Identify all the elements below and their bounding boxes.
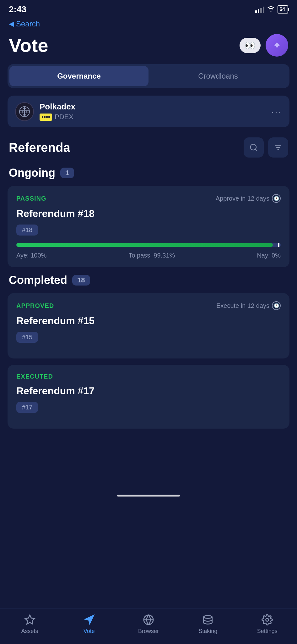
vote-card-header: APPROVED Execute in 12 days 🕐 bbox=[16, 301, 281, 310]
vote-card-header: PASSING Approve in 12 days 🕐 bbox=[16, 194, 281, 203]
clock-icon: 🕐 bbox=[272, 301, 281, 310]
avatar-star-icon: ✦ bbox=[273, 39, 281, 52]
svg-point-13 bbox=[266, 619, 269, 621]
nav-settings[interactable]: Settings bbox=[251, 613, 283, 635]
tab-crowdloans[interactable]: Crowdloans bbox=[148, 66, 288, 86]
vote-card-completed-0[interactable]: APPROVED Execute in 12 days 🕐 Referendum… bbox=[8, 293, 289, 358]
ongoing-section-heading: Ongoing 1 bbox=[0, 166, 297, 186]
vote-card-header: EXECUTED bbox=[16, 373, 281, 380]
vote-card-ongoing-0[interactable]: PASSING Approve in 12 days 🕐 Referendum … bbox=[8, 186, 289, 267]
eyes-icon: 👀 bbox=[245, 40, 256, 51]
tabs-container: Governance Crowdloans bbox=[8, 64, 289, 88]
browser-label: Browser bbox=[138, 628, 159, 635]
eyes-badge[interactable]: 👀 bbox=[240, 38, 261, 53]
referendum-title: Referendum #15 bbox=[16, 315, 281, 327]
network-name: Polkadex bbox=[40, 102, 266, 112]
settings-icon bbox=[261, 613, 273, 626]
referendum-title: Referendum #18 bbox=[16, 208, 281, 219]
search-button[interactable] bbox=[244, 137, 264, 158]
vote-status: EXECUTED bbox=[16, 373, 53, 380]
vote-progress-bar bbox=[16, 243, 281, 247]
page-title: Vote bbox=[9, 35, 48, 56]
back-label: Search bbox=[16, 19, 40, 28]
back-arrow-icon: ◀ bbox=[9, 20, 14, 28]
vote-status: PASSING bbox=[16, 195, 46, 202]
filter-icon bbox=[274, 143, 283, 152]
nav-assets[interactable]: Assets bbox=[14, 613, 46, 635]
ongoing-title: Ongoing bbox=[9, 166, 55, 180]
vote-status: APPROVED bbox=[16, 302, 54, 309]
svg-point-4 bbox=[251, 144, 256, 150]
vote-progress-fill bbox=[16, 243, 273, 247]
referenda-actions bbox=[244, 137, 288, 158]
completed-section-heading: Completed 18 bbox=[0, 274, 297, 293]
referendum-title: Referendum #17 bbox=[16, 385, 281, 397]
signal-icon bbox=[255, 6, 264, 13]
completed-count: 18 bbox=[72, 275, 90, 286]
header-icons: 👀 ✦ bbox=[240, 34, 288, 57]
svg-marker-9 bbox=[25, 615, 35, 624]
referenda-header: Referenda bbox=[0, 137, 297, 166]
network-info: Polkadex •••• PDEX bbox=[40, 102, 266, 121]
nav-browser[interactable]: Browser bbox=[133, 613, 164, 635]
referenda-title: Referenda bbox=[9, 141, 70, 155]
completed-section: Completed 18 APPROVED Execute in 12 days… bbox=[0, 274, 297, 429]
approve-info: Execute in 12 days 🕐 bbox=[216, 301, 281, 310]
progress-marker bbox=[278, 243, 279, 247]
nav-staking[interactable]: Staking bbox=[192, 613, 224, 635]
staking-label: Staking bbox=[198, 628, 217, 635]
staking-icon bbox=[202, 613, 214, 626]
battery-icon: 64 bbox=[278, 5, 288, 14]
referendum-tag: #18 bbox=[16, 225, 38, 236]
network-options-button[interactable]: ··· bbox=[271, 106, 282, 117]
settings-label: Settings bbox=[257, 628, 278, 635]
svg-point-12 bbox=[204, 616, 212, 619]
bottom-nav: Assets Vote Browser Staking bbox=[0, 608, 297, 644]
aye-stat: Aye: 100% bbox=[16, 252, 46, 259]
svg-line-5 bbox=[255, 149, 257, 151]
balance-currency: PDEX bbox=[55, 113, 73, 121]
vote-card-completed-1[interactable]: EXECUTED Referendum #17 #17 bbox=[8, 365, 289, 429]
completed-title: Completed bbox=[9, 274, 67, 287]
nav-back[interactable]: ◀ Search bbox=[0, 17, 297, 31]
wifi-icon bbox=[267, 6, 275, 14]
vote-icon bbox=[83, 613, 95, 626]
status-bar: 2:43 64 bbox=[0, 0, 297, 17]
filter-button[interactable] bbox=[268, 137, 288, 158]
tab-governance[interactable]: Governance bbox=[9, 66, 148, 86]
assets-label: Assets bbox=[21, 628, 38, 635]
avatar[interactable]: ✦ bbox=[266, 34, 288, 57]
topass-stat: To pass: 99.31% bbox=[128, 252, 175, 259]
ongoing-count: 1 bbox=[60, 168, 74, 178]
browser-icon bbox=[142, 613, 155, 626]
status-time: 2:43 bbox=[9, 4, 26, 14]
assets-icon bbox=[24, 613, 36, 626]
approve-info: Approve in 12 days 🕐 bbox=[216, 194, 281, 203]
network-balance: •••• PDEX bbox=[40, 113, 266, 121]
home-bar bbox=[117, 495, 180, 497]
network-card: Polkadex •••• PDEX ··· bbox=[8, 96, 289, 127]
balance-value: •••• bbox=[40, 114, 52, 121]
nay-stat: Nay: 0% bbox=[257, 252, 281, 259]
search-icon bbox=[249, 143, 258, 152]
vote-stats: Aye: 100% To pass: 99.31% Nay: 0% bbox=[16, 252, 281, 259]
nav-vote[interactable]: Vote bbox=[73, 613, 105, 635]
page-header: Vote 👀 ✦ bbox=[0, 31, 297, 64]
vote-label: Vote bbox=[84, 628, 95, 635]
referendum-tag: #17 bbox=[16, 402, 38, 413]
referendum-tag: #15 bbox=[16, 332, 38, 343]
clock-icon: 🕐 bbox=[272, 194, 281, 203]
network-icon bbox=[15, 102, 34, 121]
status-icons: 64 bbox=[255, 5, 288, 14]
